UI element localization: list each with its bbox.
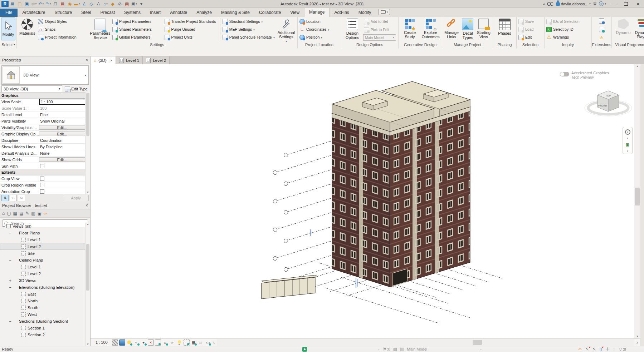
tree-item[interactable]: Level 2 [0,270,86,277]
text-icon[interactable]: A [95,1,102,7]
ribbon-button[interactable]: Position [299,34,340,41]
zoom-icon[interactable]: ▣ [624,141,631,148]
apply-button[interactable]: Apply [63,195,89,201]
panel-label-inquiry[interactable]: Inquiry [545,42,591,48]
phases-button[interactable]: Phases [496,18,514,41]
chevron-down-icon[interactable]: ⌄ [377,348,380,351]
displacement-sets-icon[interactable]: ▱ [198,339,204,346]
sort-ascending-icon[interactable]: 2↓ [10,195,17,201]
tree-item[interactable]: Section 1 [0,324,86,331]
materials-button[interactable]: Materials [18,18,36,41]
navbar-expand-icon[interactable]: ▾ [627,137,628,140]
edit-type-button[interactable]: Edit Type [64,86,89,92]
extensions-transmit-icon[interactable] [599,27,604,32]
section-extents[interactable]: Extents « [0,169,90,175]
redo-icon[interactable]: ↷ [45,1,52,7]
tab-manage[interactable]: Manage [304,8,330,17]
default-3d-view-icon[interactable]: ⌂ [102,1,109,7]
scroll-down-icon[interactable]: ▼ [634,335,640,338]
navbar-expand-icon[interactable]: ▾ [627,150,628,153]
tree-item[interactable]: Section 2 [0,331,86,338]
sort-default-icon[interactable]: ⇅ [1,195,9,201]
toggle-icon[interactable] [560,72,569,76]
decal-types-button[interactable]: Decal Types [460,18,475,41]
sort-alpha-icon[interactable]: A↓ [18,195,25,201]
editable-only-toggle[interactable]: ⚑ :0 [383,347,390,352]
ribbon-button[interactable]: Project Information [37,34,89,41]
ribbon-button[interactable]: Coordinates [299,26,340,33]
tree-item[interactable]: Level 1 [0,236,86,243]
design-option-dropdown[interactable]: Main Model▾ [363,34,396,41]
dimension-icon[interactable]: ∠ [81,1,87,7]
tab-steel[interactable]: Steel [77,9,96,17]
rendering-icon[interactable]: ● [141,339,147,346]
ribbon-button[interactable]: Project Units [164,34,219,41]
select-pinned-icon[interactable]: ↖ [592,347,596,352]
viewcube-front-label[interactable]: FRONT [598,104,608,107]
property-row[interactable]: Detail Level Fine [0,111,90,118]
scroll-right-icon[interactable]: › [636,340,638,345]
modify-button[interactable]: Modify [1,18,15,40]
tab-modify[interactable]: Modify [354,9,376,17]
analytical-model-icon[interactable]: ▦ [191,339,197,346]
temporary-view-properties-icon[interactable] [184,339,190,346]
select-underlay-icon[interactable]: ↖ [585,347,589,352]
manage-links-button[interactable]: Manage Links [443,18,460,41]
tree-item[interactable]: West [0,311,86,318]
home-icon[interactable]: ⌂ [2,211,5,216]
measure-icon[interactable]: ▬ [74,1,80,7]
building-model[interactable] [332,81,470,287]
ribbon-display-toggle[interactable]: ▾ [379,9,390,15]
tab-massing-site[interactable]: Massing & Site [216,9,254,17]
chevron-down-icon[interactable]: ▾ [85,74,86,77]
view-tab-level-2[interactable]: Level 2 [143,56,170,64]
tab-structure[interactable]: Structure [50,9,77,17]
views-grid-icon[interactable]: ▦ [13,211,17,216]
dynamo-button[interactable]: Dynamo [614,18,632,41]
ribbon-button[interactable]: Select by ID [546,26,590,33]
save-icon[interactable]: ▣ [24,1,30,7]
ribbon-button[interactable]: Location [299,18,340,25]
panel-label-phasing[interactable]: Phasing [493,42,516,48]
tree-expander[interactable]: − [8,258,13,262]
ribbon-button[interactable]: Snaps [37,26,89,33]
link-icon[interactable]: ∞ [44,211,47,216]
scroll-up-icon[interactable]: ▲ [634,65,640,68]
property-row[interactable]: Discipline Coordination [0,137,90,144]
parameters-service-button[interactable]: Parameters Service [89,18,111,41]
progress-icon[interactable]: ◌ [613,347,615,352]
edit-icon[interactable]: ✎ [25,211,29,216]
ribbon-button[interactable]: Global Parameters [112,34,163,41]
tree-item[interactable]: − Elevations (Building Elevation) [0,284,86,291]
ribbon-button[interactable]: Project Parameters [112,18,163,25]
tree-item[interactable]: − Sections (Building Section) [0,318,86,324]
switch-windows-icon[interactable]: ▣ [131,1,137,7]
close-hidden-icon[interactable]: ▤ [124,1,130,7]
tab-precast[interactable]: Precast [96,9,119,17]
design-options-status-icon[interactable]: ▥ [400,347,404,352]
ribbon-button[interactable]: Structural Settings [222,18,275,25]
drawing-area[interactable]: TOP FRONT Accelerated Graphics Tech Prev… [91,64,634,338]
tree-expander[interactable]: − [8,231,13,235]
project-browser-header[interactable]: Project Browser - test.rvt × [0,202,90,209]
explore-outcomes-button[interactable]: Explore Outcomes [421,18,441,41]
panel-label-generative-design[interactable]: Generative Design [399,42,442,48]
store-cart-icon[interactable]: ⌸ [594,1,596,7]
tree-item[interactable]: − Ceiling Plans [0,257,86,263]
unlocked-view-icon[interactable]: ⌂ [162,339,168,346]
selection-box-icon[interactable]: ▢ [7,211,11,216]
property-row[interactable]: Default Analysis Di... None [0,150,90,157]
panel-label-manage-project[interactable]: Manage Project [442,42,493,48]
tree-expander[interactable]: − [8,285,13,289]
ui-toggle-icon[interactable]: ▤ [9,1,16,7]
scroll-left-icon[interactable]: ‹ [211,340,217,345]
ribbon-button[interactable]: Transfer Project Standards [164,18,219,25]
panel-label-select[interactable]: Select▾ [0,42,16,48]
open-icon[interactable]: ▢ [16,1,23,7]
viewcube-top-label[interactable]: TOP [605,94,611,97]
tab-analyze[interactable]: Analyze [192,9,216,17]
crop-region-icon[interactable] [155,339,161,346]
property-row[interactable]: Visibility/Graphics ... Edit... [0,124,90,131]
tab-systems[interactable]: Systems [119,9,145,17]
filter-button[interactable]: ▽ :0 [619,347,626,352]
